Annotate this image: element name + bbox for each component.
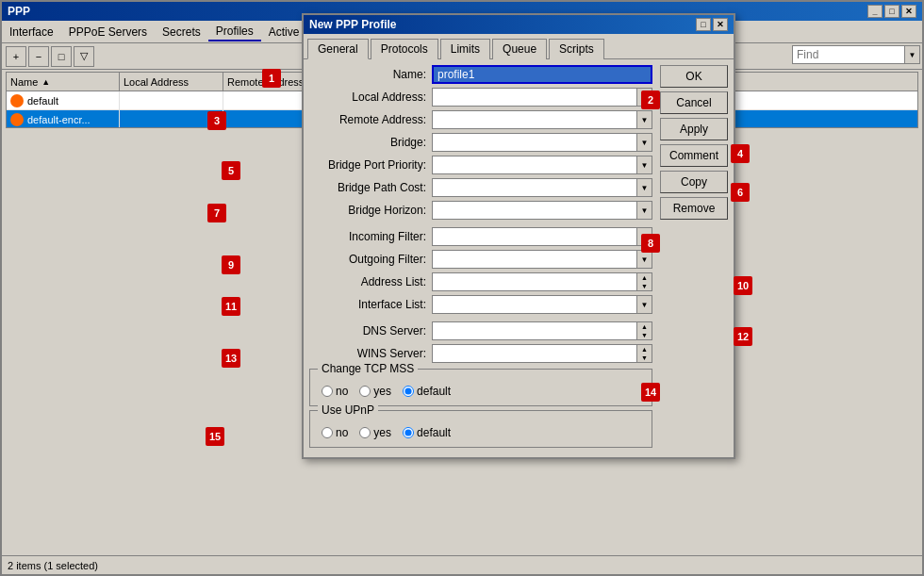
label-name: Name: [309, 68, 432, 81]
row1-name: default [7, 91, 120, 109]
outgoing-filter-arrow[interactable]: ▼ [636, 251, 652, 268]
bridge-arrow[interactable]: ▼ [636, 134, 652, 151]
toolbar-copy-btn[interactable]: □ [51, 46, 72, 67]
main-maximize-btn[interactable]: □ [884, 5, 899, 18]
address-list-arrows[interactable]: ▲ ▼ [636, 273, 652, 290]
form-row-address-list: Address List: ▲ ▼ [309, 272, 652, 291]
upnp-yes[interactable]: yes [359, 426, 391, 439]
dialog-form: Name: Local Address: ▼ Remote Address: ▼ [309, 65, 652, 452]
bridge-horizon-arrow[interactable]: ▼ [636, 202, 652, 219]
remove-button[interactable]: Remove [660, 197, 728, 220]
annotation-3: 3 [207, 111, 226, 130]
find-dropdown-arrow[interactable]: ▼ [905, 45, 920, 64]
dialog-new-ppp-profile: New PPP Profile □ ✕ General Protocols Li… [302, 13, 735, 459]
find-input[interactable] [792, 45, 905, 64]
select-remote-address[interactable]: ▼ [432, 110, 652, 129]
select-bridge-horizon[interactable]: ▼ [432, 201, 652, 220]
col-name: Name ▲ [7, 73, 120, 91]
main-title-buttons: _ □ ✕ [867, 5, 916, 18]
annotation-15: 15 [206, 427, 224, 446]
select-address-list[interactable]: ▲ ▼ [432, 272, 652, 291]
form-row-bridge-horizon: Bridge Horizon: ▼ [309, 201, 652, 220]
menu-interface[interactable]: Interface [2, 24, 61, 41]
ok-button[interactable]: OK [660, 65, 728, 88]
dialog-title-text: New PPP Profile [309, 18, 396, 31]
tab-limits[interactable]: Limits [440, 39, 490, 59]
row1-local [120, 91, 223, 109]
tcp-mss-radio-group: no yes default [318, 383, 644, 400]
upnp-default[interactable]: default [403, 426, 451, 439]
annotation-1: 1 [262, 69, 281, 88]
wins-server-arrows[interactable]: ▲ ▼ [636, 345, 652, 362]
annotation-7: 7 [207, 204, 226, 222]
tab-queue[interactable]: Queue [492, 39, 547, 59]
tab-general[interactable]: General [307, 39, 369, 59]
annotation-2: 2 [641, 91, 660, 109]
label-wins-server: WINS Server: [309, 347, 432, 360]
label-outgoing-filter: Outgoing Filter: [309, 253, 432, 266]
tcp-mss-yes[interactable]: yes [359, 385, 391, 398]
input-name[interactable] [432, 65, 652, 84]
change-tcp-mss-group: Change TCP MSS no yes default [309, 369, 652, 406]
annotation-4: 4 [731, 144, 750, 163]
menu-pppoe-servers[interactable]: PPPoE Servers [61, 24, 155, 41]
dialog-maximize-btn[interactable]: □ [696, 18, 711, 31]
cancel-button[interactable]: Cancel [660, 91, 728, 114]
toolbar-add-btn[interactable]: + [6, 46, 26, 67]
annotation-8: 8 [641, 234, 660, 253]
menu-profiles[interactable]: Profiles [208, 23, 261, 41]
annotation-9: 9 [222, 255, 240, 274]
bridge-path-cost-arrow[interactable]: ▼ [636, 179, 652, 196]
upnp-no[interactable]: no [322, 426, 348, 439]
main-close-btn[interactable]: ✕ [901, 5, 916, 18]
bridge-port-priority-arrow[interactable]: ▼ [636, 156, 652, 173]
copy-button[interactable]: Copy [660, 171, 728, 193]
form-row-outgoing-filter: Outgoing Filter: ▼ [309, 250, 652, 269]
tcp-mss-no[interactable]: no [322, 385, 348, 398]
main-minimize-btn[interactable]: _ [867, 5, 883, 18]
label-remote-address: Remote Address: [309, 113, 432, 126]
select-bridge-port-priority[interactable]: ▼ [432, 156, 652, 174]
label-bridge-port-priority: Bridge Port Priority: [309, 158, 432, 172]
select-local-address[interactable]: ▼ [432, 88, 652, 107]
col-local-address: Local Address [120, 73, 223, 91]
dialog-title-bar: New PPP Profile □ ✕ [304, 15, 734, 34]
row2-name: default-encr... [7, 110, 120, 128]
annotation-13: 13 [222, 349, 240, 368]
annotation-5: 5 [222, 161, 240, 180]
use-upnp-legend: Use UPnP [318, 403, 378, 417]
tcp-mss-default[interactable]: default [403, 385, 451, 398]
form-row-bridge: Bridge: ▼ [309, 133, 652, 152]
label-bridge-path-cost: Bridge Path Cost: [309, 181, 432, 194]
interface-list-arrow[interactable]: ▼ [636, 296, 652, 313]
dialog-buttons: OK Cancel Apply Comment Copy Remove [660, 65, 728, 452]
label-dns-server: DNS Server: [309, 324, 432, 337]
comment-button[interactable]: Comment [660, 144, 728, 167]
form-row-name: Name: [309, 65, 652, 84]
select-outgoing-filter[interactable]: ▼ [432, 250, 652, 269]
toolbar-remove-btn[interactable]: − [28, 46, 49, 67]
select-dns-server[interactable]: ▲ ▼ [432, 321, 652, 340]
label-address-list: Address List: [309, 275, 432, 288]
select-wins-server[interactable]: ▲ ▼ [432, 344, 652, 363]
find-box: ▼ [792, 45, 920, 64]
tab-protocols[interactable]: Protocols [371, 39, 438, 59]
select-incoming-filter[interactable]: ▼ [432, 227, 652, 246]
toolbar-filter-btn[interactable]: ▽ [74, 46, 94, 67]
label-bridge-horizon: Bridge Horizon: [309, 204, 432, 217]
tab-scripts[interactable]: Scripts [549, 39, 604, 59]
form-row-dns-server: DNS Server: ▲ ▼ [309, 321, 652, 340]
dialog-tabs: General Protocols Limits Queue Scripts [304, 34, 734, 59]
upnp-radio-group: no yes default [318, 424, 644, 441]
dns-server-arrows[interactable]: ▲ ▼ [636, 322, 652, 339]
remote-address-arrow[interactable]: ▼ [636, 111, 652, 128]
apply-button[interactable]: Apply [660, 118, 728, 140]
dialog-close-btn[interactable]: ✕ [713, 18, 728, 31]
form-row-bridge-port-priority: Bridge Port Priority: ▼ [309, 156, 652, 174]
select-bridge[interactable]: ▼ [432, 133, 652, 152]
form-row-incoming-filter: Incoming Filter: ▼ [309, 227, 652, 246]
select-bridge-path-cost[interactable]: ▼ [432, 178, 652, 197]
menu-secrets[interactable]: Secrets [155, 24, 208, 41]
select-interface-list[interactable]: ▼ [432, 295, 652, 314]
label-local-address: Local Address: [309, 91, 432, 104]
